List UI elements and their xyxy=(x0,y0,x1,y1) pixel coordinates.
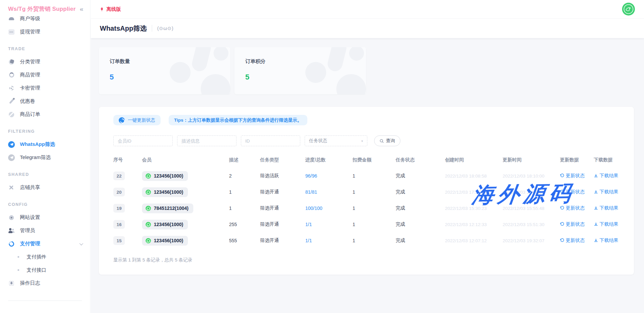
order-icon xyxy=(8,111,15,118)
coupon-pen-icon xyxy=(8,98,15,105)
search-button[interactable]: 查询 xyxy=(374,135,400,146)
col-seq: 序号 xyxy=(113,157,142,163)
filter-table-card: 一键更新状态 Tips：上方订单数据显示会根据下方的查询条件进行筛选显示。 任务… xyxy=(99,107,634,275)
section-heading-trade: TRADE xyxy=(0,44,90,53)
log-scan-icon xyxy=(8,280,15,287)
cell-progress-link[interactable]: 81/81 xyxy=(305,189,353,195)
content-area: 订单数量 5 订单积分 5 一键更新状态 Tips：上方订单数据显示会根据下方的… xyxy=(91,38,644,313)
refresh-icon xyxy=(560,190,564,194)
cell-updated-time: 2022/12/03 15:55:48 xyxy=(503,206,560,211)
task-table: 序号 会员 描述 任务类型 进度/总数 扣费金额 任务状态 创建时间 更新时间 … xyxy=(113,154,622,249)
sidebar-divider xyxy=(8,301,82,301)
sidebar-item-label: 商品订单 xyxy=(20,111,40,118)
cell-status: 完成 xyxy=(396,221,445,227)
avatar[interactable] xyxy=(622,2,635,16)
kaomoji-text: (⊙ω⊙) xyxy=(157,26,174,31)
cross-arrows-icon xyxy=(8,184,15,191)
cell-progress-link[interactable]: 100/100 xyxy=(305,206,353,211)
sidebar-item-coupon[interactable]: 优惠卷 xyxy=(0,95,90,108)
search-icon xyxy=(380,139,384,143)
id-input[interactable] xyxy=(241,135,300,146)
withdraw-card-icon: ••• xyxy=(8,29,15,35)
table-row: 19 78451212(1004) 1 筛选开通 100/100 1 完成 20… xyxy=(113,200,622,216)
sidebar-item-product[interactable]: 商品管理 xyxy=(0,68,90,82)
pie-chart-icon xyxy=(8,241,15,247)
cell-task-type: 筛选开通 xyxy=(260,205,305,211)
cell-desc: 1 xyxy=(229,189,260,195)
table-row: 16 123456(1000) 255 筛选开通 1/1 1 完成 2022/1… xyxy=(113,216,622,232)
sidebar-item-label: Telegram筛选 xyxy=(20,154,51,161)
sidebar-item-log[interactable]: 操作日志 xyxy=(0,277,90,290)
tips-banner: Tips：上方订单数据显示会根据下方的查询条件进行筛选显示。 xyxy=(169,115,307,125)
sidebar-item-site-settings[interactable]: 网站设置 xyxy=(0,211,90,224)
col-fee: 扣费金额 xyxy=(353,157,396,163)
cell-task-type: 筛选开通 xyxy=(260,189,305,195)
sidebar-item-label: 支付管理 xyxy=(20,241,40,247)
sidebar-item-grade[interactable]: 商户等级 xyxy=(0,16,90,25)
update-all-button[interactable]: 一键更新状态 xyxy=(113,115,161,125)
search-label: 查询 xyxy=(386,138,395,144)
sidebar-collapse-icon[interactable]: « xyxy=(80,6,83,12)
sidebar-item-cardkey[interactable]: 卡密管理 xyxy=(0,82,90,95)
sidebar-item-shop-share[interactable]: 店铺共享 xyxy=(0,181,90,194)
download-icon xyxy=(594,206,598,210)
cell-progress-link[interactable]: 1/1 xyxy=(305,238,353,243)
cell-desc: 2 xyxy=(229,173,260,179)
member-id-input[interactable] xyxy=(113,135,173,146)
download-result-link[interactable]: 下载结果 xyxy=(594,221,618,227)
update-status-link[interactable]: 更新状态 xyxy=(560,189,585,195)
description-input[interactable] xyxy=(177,135,236,146)
col-download-action: 下载数据 xyxy=(594,157,622,163)
cell-created-time: 2022/12/03 12:12:33 xyxy=(445,222,503,227)
filter-row: 任务状态 ▾ 查询 xyxy=(113,135,622,146)
cell-created-time: 2022/12/03 15:30:23 xyxy=(445,206,503,211)
download-result-link[interactable]: 下载结果 xyxy=(594,238,618,244)
download-result-link[interactable]: 下载结果 xyxy=(594,173,618,179)
update-status-link[interactable]: 更新状态 xyxy=(560,173,585,179)
download-icon xyxy=(594,174,598,178)
sidebar-item-payment-api[interactable]: 支付接口 xyxy=(0,263,90,277)
sidebar-item-order[interactable]: 商品订单 xyxy=(0,108,90,121)
sidebar: Ws/Tg 外贸营销 Supplier « 商户等级 ••• 提现管理 TRAD… xyxy=(0,0,90,313)
task-status-select[interactable]: 任务状态 ▾ xyxy=(305,135,367,146)
cell-progress-link[interactable]: 1/1 xyxy=(305,222,353,227)
download-result-link[interactable]: 下载结果 xyxy=(594,189,618,195)
sidebar-item-withdraw[interactable]: ••• 提现管理 xyxy=(0,25,90,38)
col-member: 会员 xyxy=(142,157,229,163)
update-all-label: 一键更新状态 xyxy=(128,117,155,123)
download-icon xyxy=(594,238,598,243)
page-header: WhatsApp筛选 (⊙ω⊙) xyxy=(91,19,644,38)
seq-badge: 15 xyxy=(113,236,125,245)
col-type: 任务类型 xyxy=(260,157,305,163)
download-result-link[interactable]: 下载结果 xyxy=(594,205,618,211)
update-status-link[interactable]: 更新状态 xyxy=(560,221,585,227)
whatsapp-icon xyxy=(145,238,151,244)
sidebar-item-payment[interactable]: 支付管理 xyxy=(0,237,90,250)
users-icon xyxy=(8,227,15,234)
cell-desc: 555 xyxy=(229,238,260,243)
gear-outline-icon xyxy=(8,85,15,92)
sidebar-item-whatsapp-filter[interactable]: WhatsApp筛选 xyxy=(0,138,90,151)
cell-progress-link[interactable]: 96/96 xyxy=(305,173,353,179)
sidebar-item-payment-plugin[interactable]: 支付插件 xyxy=(0,250,90,263)
whatsapp-icon xyxy=(145,173,151,179)
offline-badge: 离线版 xyxy=(100,6,121,12)
cell-updated-time: 2022/12/03 20:46:13 xyxy=(503,190,560,195)
sidebar-item-category[interactable]: 分类管理 xyxy=(0,55,90,68)
paper-plane-icon xyxy=(8,141,15,148)
cell-status: 完成 xyxy=(396,173,445,179)
table-row: 22 123456(1000) 2 筛选活跃 96/96 1 完成 2022/1… xyxy=(113,168,622,184)
table-row: 15 123456(1000) 555 筛选开通 1/1 1 完成 2022/1… xyxy=(113,232,622,249)
cell-created-time: 2022/12/03 18:08:58 xyxy=(445,174,503,179)
sidebar-item-admin[interactable]: 管理员 xyxy=(0,224,90,237)
member-pill: 123456(1000) xyxy=(142,187,188,197)
seq-badge: 22 xyxy=(113,171,125,180)
stat-cards: 订单数量 5 订单积分 5 xyxy=(99,47,636,94)
refresh-icon xyxy=(560,206,564,210)
topbar: 离线版 xyxy=(91,0,644,19)
update-status-link[interactable]: 更新状态 xyxy=(560,205,585,211)
sidebar-item-telegram-filter[interactable]: Telegram筛选 xyxy=(0,151,90,164)
cell-status: 完成 xyxy=(396,205,445,211)
update-status-link[interactable]: 更新状态 xyxy=(560,238,585,244)
sidebar-item-label: 分类管理 xyxy=(20,59,40,65)
